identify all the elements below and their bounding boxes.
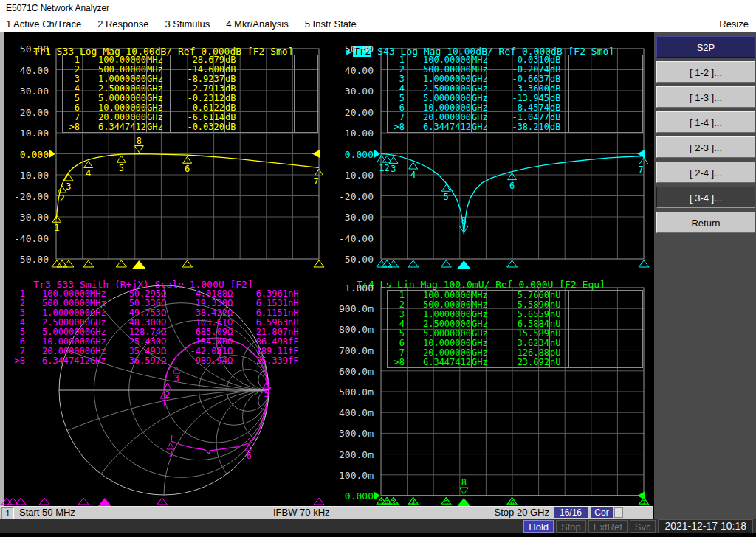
- softkey-sidebar: S2P [ 1-2 ]... [ 1-3 ]... [ 1-4 ]... [ 2…: [653, 32, 756, 519]
- btn-1-4[interactable]: [ 1-4 ]...: [656, 111, 755, 133]
- marker-cell: pU: [550, 348, 569, 358]
- marker-cell: Ω: [161, 328, 173, 337]
- menu-stimulus[interactable]: 3 Stimulus: [159, 16, 221, 32]
- stimulus-marker: [408, 260, 419, 267]
- marker-row: 31.0000000GHz-0.6637dB: [388, 75, 643, 84]
- marker-cell: nH: [288, 328, 304, 337]
- menu-resize[interactable]: Resize: [713, 16, 756, 32]
- menu-response[interactable]: 2 Response: [92, 16, 159, 32]
- marker-cell: GHz: [472, 310, 495, 319]
- marker-number: 1: [379, 163, 384, 173]
- marker-cell: [619, 339, 643, 348]
- marker-cell: dB: [550, 113, 569, 122]
- marker-cell: [569, 103, 594, 113]
- tr4-yaxis-label: 500.0m: [328, 387, 374, 398]
- marker-cell: 500.00000: [405, 300, 472, 310]
- tr1-marker-5[interactable]: [117, 156, 126, 162]
- btn-1-3[interactable]: [ 1-3 ]...: [656, 86, 755, 108]
- tr1-yaxis-label: -40.00: [3, 233, 49, 244]
- menu-mkr-analysis[interactable]: 4 Mkr/Analysis: [220, 16, 299, 32]
- marker-cell: 6.3961: [239, 289, 288, 299]
- menu-active-ch-trace[interactable]: 1 Active Ch/Trace: [0, 16, 92, 32]
- marker-cell: [594, 339, 619, 348]
- marker-cell: dB: [225, 55, 244, 66]
- marker-cell: [244, 122, 269, 133]
- tr1-marker-2[interactable]: [58, 186, 66, 193]
- marker-cell: dB: [225, 84, 244, 94]
- tr1-marker-8[interactable]: [134, 146, 143, 153]
- marker-cell: [619, 310, 643, 319]
- marker-cell: dB: [225, 94, 244, 103]
- tr1-yaxis-label: 50.00: [3, 44, 49, 55]
- marker-cell: MHz: [147, 65, 171, 75]
- marker-cell: [244, 113, 269, 122]
- marker-cell: [295, 122, 318, 133]
- tr1-yaxis-label: -10.00: [3, 170, 49, 181]
- marker-cell: nU: [550, 291, 569, 301]
- marker-cell: 1.0000000: [25, 308, 90, 318]
- marker-cell: -989.94: [173, 356, 227, 366]
- ref-level-arrow-left: [374, 150, 380, 159]
- return-button[interactable]: Return: [656, 212, 755, 233]
- marker-cell: dB: [225, 113, 244, 122]
- btn-3-4[interactable]: [ 3-4 ]...: [656, 187, 755, 208]
- marker-number: 1: [379, 499, 383, 506]
- marker-cell: 4: [388, 84, 405, 94]
- s2p-button[interactable]: S2P: [656, 36, 755, 58]
- marker-cell: 20.000000: [80, 113, 147, 122]
- marker-number: 7: [642, 499, 645, 506]
- marker-row: 42.5000000GHz-2.7913dB: [63, 84, 318, 94]
- btn-2-3[interactable]: [ 2-3 ]...: [656, 136, 755, 158]
- tr1-marker-4[interactable]: [84, 161, 93, 167]
- marker-cell: 1.0000000: [405, 75, 472, 84]
- hold-badge[interactable]: Hold: [523, 520, 554, 533]
- marker-number: 1: [54, 223, 59, 233]
- marker-cell: 38.422: [173, 308, 227, 318]
- marker-cell: nU: [550, 358, 569, 368]
- stimulus-marker: [182, 260, 193, 267]
- btn-2-4[interactable]: [ 2-4 ]...: [656, 162, 755, 183]
- marker-cell: -184.00: [173, 337, 227, 347]
- marker-cell: 5: [388, 94, 405, 103]
- marker-cell: 6: [388, 103, 405, 113]
- marker-cell: 48.300: [112, 318, 161, 328]
- marker-cell: GHz: [90, 337, 112, 347]
- tr2-yaxis-label: -50.00: [328, 254, 374, 265]
- marker-cell: 7: [10, 347, 25, 356]
- marker-cell: [619, 291, 643, 301]
- tr4-marker-8[interactable]: [459, 488, 468, 494]
- marker-cell: [619, 103, 643, 113]
- marker-cell: nH: [288, 289, 304, 299]
- btn-1-2[interactable]: [ 1-2 ]...: [656, 61, 755, 83]
- marker-cell: 50.295: [112, 289, 161, 299]
- menu-instr-state[interactable]: 5 Instr State: [299, 16, 367, 32]
- marker-cell: [569, 300, 594, 310]
- marker-cell: 7: [63, 113, 80, 122]
- tr4-yaxis-label: 100.0m: [328, 470, 374, 481]
- tr1-yaxis-label: 30.00: [3, 86, 49, 97]
- ifbw-label: IFBW 70 kHz: [273, 507, 330, 519]
- marker-cell: MHz: [90, 299, 112, 308]
- marker-cell: 2.5000000: [80, 84, 147, 94]
- marker-row: >86.3447412GHz36.597Ω-989.94Ω25.339fF: [10, 356, 304, 366]
- marker-row: 2500.00000MHz-0.2074dB: [388, 65, 643, 75]
- marker-row: 610.000000GHz-8.4574dB: [388, 103, 643, 113]
- marker-cell: 2: [10, 299, 25, 308]
- marker-cell: -38.210: [495, 122, 550, 133]
- marker-cell: 49.753: [112, 308, 161, 318]
- marker-cell: GHz: [472, 122, 495, 133]
- marker-cell: 1.0000000: [405, 310, 472, 319]
- marker-cell: 2.5000000: [405, 319, 472, 329]
- marker-cell: 25.430: [112, 337, 161, 347]
- marker-cell: Ω: [227, 356, 239, 366]
- marker-cell: 7: [388, 113, 405, 122]
- tr3-marker-7[interactable]: [167, 443, 174, 449]
- tr2-marker-4[interactable]: [409, 162, 418, 169]
- marker-cell: GHz: [472, 319, 495, 329]
- statusbar-stub-button[interactable]: [614, 507, 623, 518]
- marker-cell: nH: [288, 318, 304, 328]
- tr4-marker-table: 1100.00000MHz5.7660nU2500.00000MHz5.5890…: [387, 290, 643, 368]
- marker-cell: [295, 103, 318, 113]
- stimulus-marker: [78, 498, 89, 505]
- marker-cell: [295, 65, 318, 75]
